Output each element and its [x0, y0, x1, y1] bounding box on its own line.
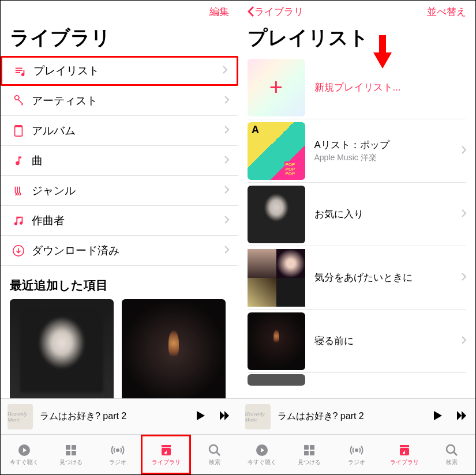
chevron-right-icon [224, 96, 229, 106]
recent-grid [1, 299, 238, 398]
recent-album-1[interactable] [10, 299, 114, 398]
tab-radio[interactable]: ラジオ [94, 435, 141, 474]
row-playlist[interactable]: プレイリスト [1, 56, 238, 86]
row-artist[interactable]: アーティスト [1, 86, 238, 116]
row-label: 作曲者 [27, 213, 224, 228]
row-label: ジャンル [27, 183, 224, 198]
notes-icon [10, 214, 27, 227]
row-label: 曲 [27, 153, 224, 168]
svg-rect-5 [72, 445, 76, 450]
row-label: アルバム [27, 123, 224, 138]
edit-button[interactable]: 編集 [209, 5, 229, 18]
row-downloaded[interactable]: ダウンロード済み [1, 236, 238, 266]
row-label: プレイリスト [29, 63, 223, 78]
tab-listen[interactable]: 今すぐ聴く [238, 435, 286, 474]
playlist-art [248, 312, 305, 370]
row-label: アーティスト [27, 93, 224, 108]
playlist-art [248, 374, 305, 386]
chevron-right-icon [462, 209, 466, 220]
svg-rect-4 [66, 445, 70, 450]
playlist-art [248, 249, 305, 307]
page-title: ライブラリ [1, 22, 238, 56]
recent-album-2[interactable] [122, 299, 226, 398]
annotation-arrow [371, 35, 394, 72]
svg-rect-14 [304, 451, 309, 455]
sort-button[interactable]: 並べ替え [427, 5, 466, 18]
chevron-right-icon [462, 146, 466, 156]
now-playing-title: ラムはお好き? part 2 [278, 410, 424, 423]
chevron-right-icon [224, 126, 229, 136]
playlist-row[interactable] [248, 373, 467, 387]
topbar: 編集 [1, 1, 238, 22]
row-genre[interactable]: ジャンル [1, 176, 238, 206]
tab-search[interactable]: 検索 [428, 435, 475, 474]
svg-rect-13 [310, 445, 314, 450]
tabbar: 今すぐ聴く 見つける ラジオ ライブラリ 検索 [238, 434, 476, 474]
screen-library: 編集 ライブラリ プレイリスト アーティスト アルバム 曲 ジャンル [1, 1, 238, 474]
tabbar: 今すぐ聴く 見つける ラジオ ライブラリ 検索 [1, 434, 238, 474]
chevron-right-icon [224, 186, 229, 196]
tab-browse[interactable]: 見つける [286, 435, 333, 474]
svg-point-16 [355, 449, 358, 451]
row-songs[interactable]: 曲 [1, 146, 238, 176]
plus-icon: + [248, 59, 305, 116]
playlist-art [248, 122, 305, 180]
row-composer[interactable]: 作曲者 [1, 206, 238, 236]
tab-library[interactable]: ライブラリ [141, 435, 191, 474]
now-playing-bar[interactable]: Heavenly Music ラムはお好き? part 2 [238, 398, 476, 434]
now-playing-bar[interactable]: Heavenly Music ラムはお好き? part 2 [1, 398, 238, 434]
svg-point-8 [117, 449, 119, 451]
chevron-right-icon [223, 66, 227, 76]
row-label: ダウンロード済み [27, 243, 224, 258]
playlist-icon [12, 65, 29, 77]
svg-rect-12 [304, 445, 309, 450]
play-button[interactable] [430, 409, 444, 425]
library-list: プレイリスト アーティスト アルバム 曲 ジャンル 作曲者 [1, 56, 238, 398]
playlist-row[interactable]: 気分をあげたいときに [248, 246, 467, 310]
tab-radio[interactable]: ラジオ [333, 435, 380, 474]
chevron-right-icon [224, 246, 229, 256]
next-button[interactable] [455, 409, 468, 425]
screen-playlists: ライブラリ 並べ替え プレイリスト + 新規プレイリスト... Aリスト：ポップ… [238, 1, 476, 474]
topbar: ライブラリ 並べ替え [238, 1, 476, 22]
svg-rect-6 [66, 451, 70, 455]
page-title: プレイリスト [238, 22, 476, 56]
tab-search[interactable]: 検索 [191, 435, 238, 474]
svg-rect-7 [72, 451, 76, 455]
guitar-icon [10, 184, 27, 197]
play-button[interactable] [193, 409, 207, 425]
chevron-right-icon [462, 273, 466, 283]
row-album[interactable]: アルバム [1, 116, 238, 146]
back-button[interactable]: ライブラリ [248, 5, 303, 18]
svg-rect-1 [15, 126, 23, 136]
playlist-art [248, 186, 305, 243]
chevron-right-icon [224, 156, 229, 166]
album-icon [10, 125, 27, 137]
now-playing-art: Heavenly Music [245, 404, 271, 429]
playlist-row[interactable]: お気に入り [248, 183, 467, 246]
tab-browse[interactable]: 見つける [47, 435, 94, 474]
playlist-row[interactable]: 寝る前に [248, 310, 467, 373]
svg-point-18 [447, 445, 455, 453]
now-playing-art: Heavenly Music [8, 404, 33, 429]
playlist-list: + 新規プレイリスト... Aリスト：ポップApple Music 洋楽 お気に… [238, 56, 476, 398]
note-icon [10, 155, 27, 167]
tab-library[interactable]: ライブラリ [380, 435, 428, 474]
chevron-right-icon [224, 216, 229, 226]
next-button[interactable] [218, 409, 231, 425]
now-playing-title: ラムはお好き? part 2 [40, 410, 186, 423]
mic-icon [10, 95, 27, 107]
new-playlist-button[interactable]: + 新規プレイリスト... [248, 56, 467, 119]
section-recent: 最近追加した項目 [1, 266, 238, 299]
tab-listen[interactable]: 今すぐ聴く [1, 435, 47, 474]
svg-point-10 [209, 445, 218, 453]
svg-rect-15 [310, 451, 314, 455]
download-icon [10, 244, 27, 257]
chevron-right-icon [462, 336, 466, 346]
playlist-row[interactable]: Aリスト：ポップApple Music 洋楽 [248, 119, 467, 183]
